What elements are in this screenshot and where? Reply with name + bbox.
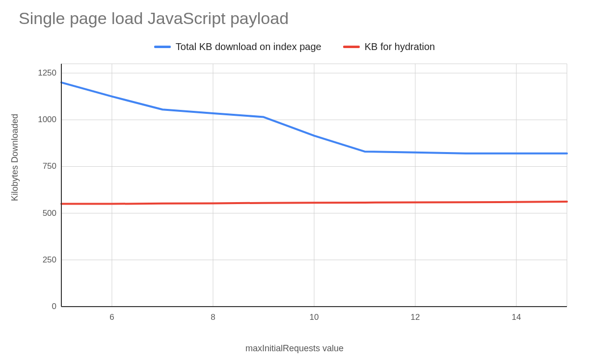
plot-area (0, 0, 589, 364)
x-tick-label: 8 (203, 312, 223, 322)
x-tick-label: 12 (405, 312, 425, 322)
x-tick-label: 14 (507, 312, 526, 322)
y-tick-label: 0 (27, 302, 56, 312)
y-tick-label: 750 (27, 161, 56, 171)
y-tick-label: 500 (27, 208, 56, 218)
x-tick-label: 10 (304, 312, 324, 322)
y-tick-label: 250 (27, 255, 56, 265)
y-tick-label: 1000 (27, 115, 56, 125)
chart-container: Single page load JavaScript payload Tota… (0, 0, 589, 364)
x-tick-label: 6 (102, 312, 122, 322)
y-tick-label: 1250 (27, 68, 56, 78)
